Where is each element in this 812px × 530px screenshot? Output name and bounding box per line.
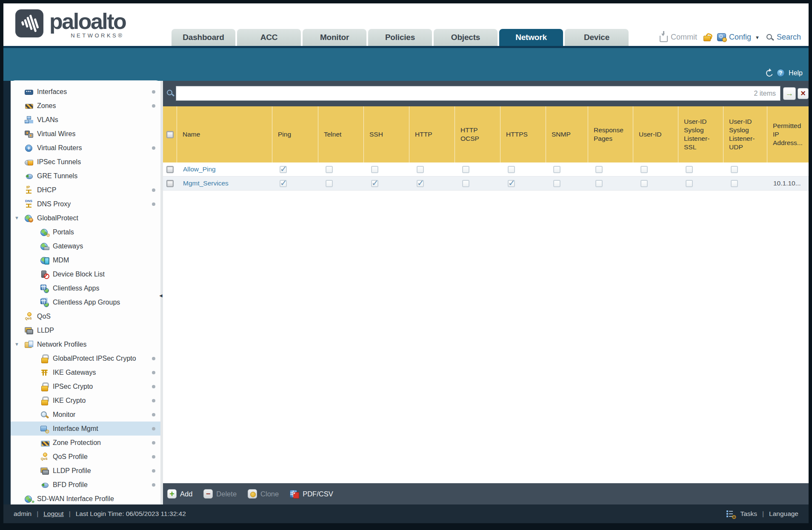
sidebar-item-ike-gateways[interactable]: IKE Gateways (11, 365, 160, 379)
pdf-csv-button[interactable]: PDF/CSV (290, 489, 333, 499)
sidebar-item-gre-tunnels[interactable]: GRE Tunnels (11, 169, 160, 183)
main-content: 2 items → × NamePingTelnetSSHHTTPHTTP OC… (163, 81, 809, 504)
sidebar-item-sd-wan-interface-profile[interactable]: SD-WAN Interface Profile (11, 492, 160, 504)
column-header-http-ocsp[interactable]: HTTP OCSP (455, 106, 500, 162)
sidebar-item-qos-profile[interactable]: QoS Profile (11, 450, 160, 464)
logout-link[interactable]: Logout (43, 510, 63, 518)
user-id-cell (633, 162, 678, 176)
table-row[interactable]: Mgmt_Services10.1.10... (163, 177, 809, 191)
user-id-syslog-udp-cell (723, 162, 767, 176)
tab-dashboard[interactable]: Dashboard (172, 29, 235, 46)
sidebar-item-label: Clientless App Groups (53, 299, 120, 306)
response-pages-checkbox (595, 180, 603, 187)
sidebar-item-network-profiles[interactable]: ▼Network Profiles (11, 337, 160, 351)
profile-name-link[interactable]: Allow_Ping (177, 165, 216, 173)
column-header-telnet[interactable]: Telnet (318, 106, 364, 162)
chevron-expanded-icon[interactable]: ▼ (14, 215, 19, 221)
sidebar-item-device-block-list[interactable]: Device Block List (11, 267, 160, 281)
add-button[interactable]: Add (167, 489, 192, 499)
column-header-snmp[interactable]: SNMP (546, 106, 588, 162)
sidebar-item-interfaces[interactable]: Interfaces (11, 85, 160, 99)
clone-icon (248, 489, 257, 499)
sidebar-item-clientless-app-groups[interactable]: Clientless App Groups (11, 295, 160, 309)
tab-network[interactable]: Network (499, 29, 563, 46)
http-checkbox (417, 166, 424, 173)
user-id-syslog-udp-checkbox (731, 166, 738, 173)
tasks-button[interactable]: Tasks (740, 510, 757, 518)
profile-name-link[interactable]: Mgmt_Services (177, 180, 229, 187)
help-label[interactable]: Help (789, 69, 803, 77)
table-row[interactable]: Allow_Ping (163, 162, 809, 177)
column-header-name[interactable]: Name (177, 106, 272, 162)
column-header-permitted-ip-address[interactable]: Permitted IP Address... (767, 106, 808, 162)
scroll-dot (152, 90, 155, 94)
sidebar-item-globalprotect-ipsec-crypto[interactable]: GlobalProtect IPSec Crypto (11, 351, 160, 365)
tab-monitor[interactable]: Monitor (303, 29, 366, 46)
sidebar-item-label: Zones (37, 102, 56, 110)
tab-device[interactable]: Device (565, 29, 629, 46)
column-header-http[interactable]: HTTP (409, 106, 455, 162)
unlocked-padlock-icon[interactable] (703, 33, 711, 41)
toolbar-button-label: Clone (260, 490, 279, 498)
select-all-checkbox[interactable] (166, 131, 174, 138)
sidebar-item-virtual-wires[interactable]: Virtual Wires (11, 127, 160, 141)
sidebar-item-label: Virtual Routers (37, 144, 82, 152)
commit-button[interactable]: Commit (660, 32, 697, 42)
filter-bar: 2 items → × (163, 81, 809, 106)
column-header-user-id-syslog-listener-udp[interactable]: User-ID Syslog Listener-UDP (723, 106, 767, 162)
row-checkbox[interactable] (166, 166, 174, 173)
row-select-cell (163, 162, 177, 176)
refresh-icon[interactable] (765, 68, 774, 77)
sidebar-item-vlans[interactable]: VLANs (11, 113, 160, 127)
global-search-button[interactable]: Search (766, 33, 801, 42)
language-button[interactable]: Language (769, 510, 798, 518)
sidebar-item-bfd-profile[interactable]: BFD Profile (11, 478, 160, 492)
help-icon[interactable] (777, 69, 785, 77)
clear-filter-button[interactable]: × (798, 88, 809, 99)
search-icon (766, 34, 774, 41)
column-header-response-pages[interactable]: Response Pages (588, 106, 633, 162)
apply-filter-button[interactable]: → (783, 87, 796, 100)
sidebar-item-dns-proxy[interactable]: DNS Proxy (11, 197, 160, 211)
sidebar-item-qos[interactable]: QoS (11, 309, 160, 323)
sidebar-item-ike-crypto[interactable]: IKE Crypto (11, 393, 160, 407)
sidebar-item-lldp[interactable]: LLDP (11, 323, 160, 337)
tab-acc[interactable]: ACC (237, 29, 301, 46)
scroll-dot (152, 455, 155, 459)
column-header-ping[interactable]: Ping (272, 106, 318, 162)
sidebar-item-lldp-profile[interactable]: LLDP Profile (11, 464, 160, 478)
sidebar-item-ipsec-crypto[interactable]: IPSec Crypto (11, 379, 160, 393)
sidebar-item-zone-protection[interactable]: Zone Protection (11, 436, 160, 450)
sidebar-item-gateways[interactable]: Gateways (11, 239, 160, 253)
permitted-ip-cell (767, 162, 808, 176)
scroll-dot (152, 399, 155, 402)
row-checkbox[interactable] (166, 180, 174, 187)
separator: | (37, 510, 38, 518)
sidebar-item-mdm[interactable]: MDM (11, 253, 160, 267)
sidebar-item-virtual-routers[interactable]: Virtual Routers (11, 141, 160, 155)
snmp-cell (546, 177, 588, 190)
tab-policies[interactable]: Policies (368, 29, 432, 46)
sidebar-item-ipsec-tunnels[interactable]: IPSec Tunnels (11, 155, 160, 169)
snmp-cell (546, 162, 588, 176)
column-header-user-id[interactable]: User-ID (633, 106, 678, 162)
tab-objects[interactable]: Objects (434, 29, 497, 46)
sidebar-item-clientless-apps[interactable]: Clientless Apps (11, 281, 160, 295)
sidebar-item-dhcp[interactable]: DHCP (11, 183, 160, 197)
column-header-user-id-syslog-listener-ssl[interactable]: User-ID Syslog Listener-SSL (678, 106, 723, 162)
chevron-expanded-icon[interactable]: ▼ (14, 342, 19, 347)
column-header-https[interactable]: HTTPS (500, 106, 546, 162)
sidebar-item-label: VLANs (37, 116, 58, 124)
sidebar-item-zones[interactable]: Zones (11, 99, 160, 113)
sidebar-item-interface-mgmt[interactable]: Interface Mgmt (11, 422, 160, 436)
config-menu-button[interactable]: Config ▼ (717, 33, 760, 42)
sidebar-item-portals[interactable]: Portals (11, 225, 160, 239)
delete-button[interactable]: Delete (203, 489, 237, 499)
collapse-sidebar-arrow[interactable]: ◄ (158, 293, 163, 299)
column-header-ssh[interactable]: SSH (364, 106, 409, 162)
clone-button[interactable]: Clone (248, 489, 279, 499)
sidebar-item-monitor[interactable]: Monitor (11, 407, 160, 422)
chevron-down-icon: ▼ (755, 35, 760, 40)
filter-input[interactable] (176, 86, 754, 100)
sidebar-item-globalprotect[interactable]: ▼GlobalProtect (11, 211, 160, 225)
